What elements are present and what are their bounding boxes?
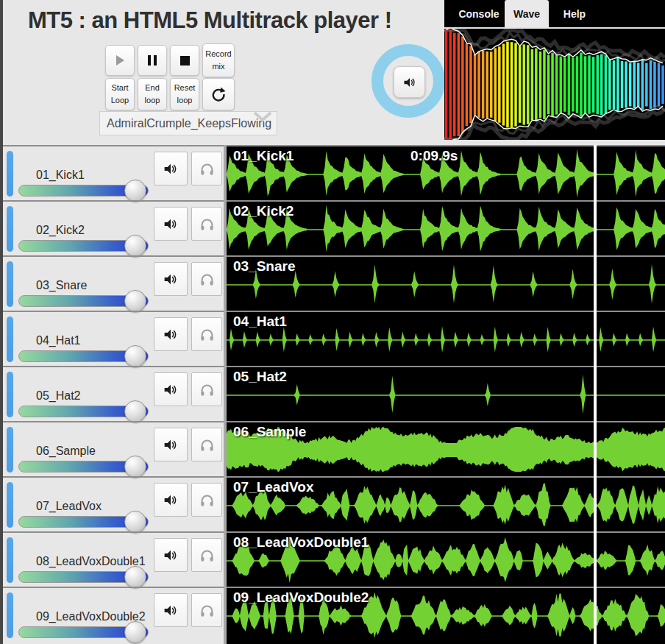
waveform-lane-02_Kick2[interactable]: 02_Kick2 — [227, 200, 665, 255]
track-volume-thumb[interactable] — [124, 235, 146, 257]
speaker-icon — [163, 604, 178, 617]
track-volume-slider[interactable] — [18, 240, 149, 252]
track-row-07_LeadVox: 07_LeadVox — [3, 476, 224, 531]
speaker-icon — [403, 77, 416, 88]
track-mute-button[interactable] — [154, 593, 188, 627]
track-name: 05_Hat2 — [36, 389, 81, 403]
speaker-icon — [163, 439, 178, 451]
track-waveform-label: 02_Kick2 — [233, 203, 294, 219]
reload-icon — [210, 86, 227, 102]
track-color-bar — [7, 261, 13, 307]
waveform-lane-03_Snare[interactable]: 03_Snare — [227, 255, 665, 311]
speaker-icon — [163, 163, 178, 175]
track-waveform-label: 01_Kick1 — [233, 148, 294, 164]
track-volume-slider[interactable] — [18, 295, 149, 307]
track-row-03_Snare: 03_Snare — [3, 255, 224, 311]
track-waveform-label: 07_LeadVox — [233, 479, 313, 495]
track-volume-thumb[interactable] — [124, 345, 146, 367]
page-title: MT5 : an HTML5 Multitrack player ! — [28, 7, 440, 34]
waveform-lane-07_LeadVox[interactable]: 07_LeadVox — [227, 476, 665, 531]
track-color-bar — [7, 316, 13, 362]
track-name: 06_Sample — [36, 445, 96, 458]
track-name: 04_Hat1 — [36, 334, 81, 347]
track-volume-thumb[interactable] — [124, 180, 146, 202]
track-volume-thumb[interactable] — [124, 400, 146, 422]
reload-button[interactable] — [202, 78, 235, 110]
track-waveform-label: 05_Hat2 — [233, 369, 287, 385]
track-volume-thumb[interactable] — [124, 511, 146, 533]
track-mute-button[interactable] — [154, 538, 188, 572]
play-icon — [114, 54, 126, 66]
track-name: 02_Kick2 — [36, 224, 85, 237]
pause-button[interactable] — [138, 45, 167, 76]
play-button[interactable] — [105, 45, 135, 76]
track-volume-thumb[interactable] — [124, 566, 146, 588]
pause-icon — [147, 55, 157, 66]
speaker-icon — [163, 383, 178, 396]
song-select[interactable]: AdmiralCrumple_KeepsFlowing — [99, 111, 277, 135]
track-mute-button[interactable] — [154, 152, 188, 185]
track-volume-slider[interactable] — [18, 626, 149, 638]
track-mute-button[interactable] — [154, 207, 188, 241]
end-loop-label: End loop — [139, 82, 166, 107]
record-mix-button[interactable]: Record mix — [202, 43, 235, 77]
track-volume-thumb[interactable] — [124, 290, 146, 312]
track-volume-thumb[interactable] — [124, 621, 146, 643]
stop-button[interactable] — [170, 45, 199, 76]
playhead[interactable] — [594, 145, 597, 644]
track-name: 09_LeadVoxDouble2 — [36, 610, 146, 623]
tab-console[interactable]: Console — [456, 0, 502, 27]
track-volume-slider[interactable] — [18, 406, 149, 417]
chevron-down-icon — [250, 109, 275, 124]
track-color-bar — [7, 537, 13, 583]
track-volume-slider[interactable] — [18, 571, 149, 583]
track-volume-slider[interactable] — [18, 185, 149, 197]
tab-label: Wave — [513, 8, 540, 20]
track-solo-button[interactable] — [191, 483, 222, 517]
waveform-lane-01_Kick1[interactable]: 01_Kick1 0:09.9s — [227, 145, 665, 200]
track-row-04_Hat1: 04_Hat1 — [3, 311, 224, 366]
waveform-lane-04_Hat1[interactable]: 04_Hat1 — [227, 311, 665, 366]
track-solo-button[interactable] — [191, 152, 222, 185]
track-solo-button[interactable] — [191, 538, 222, 572]
track-solo-button[interactable] — [191, 428, 222, 461]
track-mute-button[interactable] — [154, 372, 188, 406]
track-color-bar — [7, 427, 13, 473]
track-volume-slider[interactable] — [18, 516, 149, 528]
master-mute-button[interactable] — [394, 66, 425, 98]
master-mute-ring[interactable] — [371, 44, 445, 118]
track-solo-button[interactable] — [191, 317, 222, 351]
waveform-lane-05_Hat2[interactable]: 05_Hat2 — [227, 366, 665, 421]
track-solo-button[interactable] — [191, 593, 222, 627]
speaker-icon — [163, 549, 178, 562]
start-loop-button[interactable]: Start Loop — [105, 78, 135, 110]
waveform-lane-08_LeadVoxDouble1[interactable]: 08_LeadVoxDouble1 — [227, 531, 665, 587]
track-color-bar — [7, 151, 13, 197]
track-row-08_LeadVoxDouble1: 08_LeadVoxDouble1 — [3, 531, 224, 587]
record-mix-label: Record mix — [204, 48, 233, 73]
track-mute-button[interactable] — [154, 317, 188, 351]
track-mute-button[interactable] — [154, 262, 188, 296]
track-name: 03_Snare — [36, 279, 87, 292]
speaker-icon — [163, 494, 178, 506]
track-waveform-label: 08_LeadVoxDouble1 — [233, 534, 369, 551]
waveform-lane-06_Sample[interactable]: 06_Sample — [227, 421, 665, 476]
track-row-09_LeadVoxDouble2: 09_LeadVoxDouble2 — [3, 587, 224, 642]
track-color-bar — [7, 206, 13, 252]
track-volume-slider[interactable] — [18, 350, 149, 362]
track-volume-slider[interactable] — [18, 461, 149, 473]
tab-help[interactable]: Help — [553, 0, 596, 27]
track-solo-button[interactable] — [191, 207, 222, 241]
track-solo-button[interactable] — [191, 262, 222, 296]
track-mute-button[interactable] — [154, 483, 188, 517]
reset-loop-button[interactable]: Reset loop — [170, 78, 199, 110]
track-volume-thumb[interactable] — [124, 456, 146, 478]
track-color-bar — [7, 592, 13, 638]
headphones-icon — [199, 604, 215, 618]
waveform-lane-09_LeadVoxDouble2[interactable]: 09_LeadVoxDouble2 — [227, 587, 665, 642]
tab-wave[interactable]: Wave — [505, 0, 549, 27]
track-mute-button[interactable] — [154, 428, 188, 461]
end-loop-button[interactable]: End loop — [138, 78, 167, 110]
wave-visualization — [444, 29, 665, 140]
track-solo-button[interactable] — [191, 372, 222, 406]
